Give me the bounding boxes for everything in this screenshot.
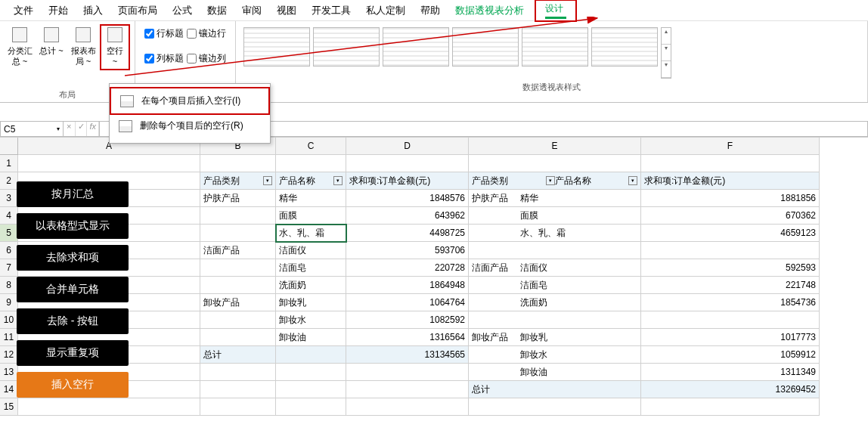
cell[interactable]: 洁面产品 [200,242,276,259]
check-bandedcols[interactable]: 镶边列 [187,52,226,65]
cell[interactable]: 卸妆乳 [276,294,346,311]
cell[interactable]: 总计 [469,381,641,398]
row-head[interactable]: 3 [0,190,18,207]
col-head[interactable]: C [276,138,346,155]
cell[interactable]: 13134565 [346,346,469,364]
cell[interactable] [200,398,276,416]
cell[interactable]: 670362 [641,207,820,225]
cell[interactable]: 卸妆产品 [200,294,276,311]
cell[interactable] [346,398,469,416]
cell[interactable]: 4659123 [641,225,820,242]
callout[interactable]: 以表格型式显示 [17,213,129,239]
cell[interactable]: 面膜 [276,207,346,225]
cell[interactable]: 产品名称 ▾ [276,172,346,190]
callout[interactable]: 按月汇总 [17,181,129,207]
cell[interactable]: 1017773 [641,329,820,346]
row-head[interactable]: 7 [0,259,18,277]
check-colheaders[interactable]: 列标题 [144,52,184,65]
tab-formulas[interactable]: 公式 [165,1,200,20]
cell[interactable] [276,381,346,398]
row-head[interactable]: 4 [0,207,18,225]
cell[interactable]: 221748 [641,277,820,294]
tab-design[interactable]: 设计 [535,0,577,22]
cell[interactable]: 220728 [346,259,469,277]
col-head[interactable]: D [346,138,469,155]
callout[interactable]: 合并单元格 [17,277,129,302]
tab-pagelayout[interactable]: 页面布局 [110,1,165,20]
cell[interactable]: 1854736 [641,294,820,311]
cell[interactable] [469,155,641,172]
cell[interactable] [200,311,276,329]
cell[interactable] [346,381,469,398]
style-thumb[interactable] [591,27,658,67]
cell[interactable] [200,155,276,172]
name-box[interactable]: C5▾ [0,121,64,137]
select-all[interactable] [0,138,18,155]
row-head[interactable]: 11 [0,329,18,346]
cell[interactable]: 卸妆油 [276,329,346,346]
row-head[interactable]: 13 [0,364,18,381]
cell[interactable]: 13269452 [641,381,820,398]
tab-devtools[interactable]: 开发工具 [304,1,358,20]
cell[interactable]: 4498725 [346,225,469,242]
style-gallery-more[interactable]: ▴▾▾ [661,27,671,79]
callout[interactable]: 显示重复项 [17,340,129,366]
cell[interactable]: 水、乳、霜 [469,225,641,242]
tab-home[interactable]: 开始 [41,1,76,20]
cell[interactable]: 593706 [346,242,469,259]
cell[interactable] [276,346,346,364]
cell[interactable]: 1082592 [346,311,469,329]
cell[interactable] [276,364,346,381]
row-head[interactable]: 9 [0,294,18,311]
cell[interactable]: 洁面皂 [276,259,346,277]
cell[interactable]: 1864948 [346,277,469,294]
style-thumb[interactable] [383,27,449,67]
cell[interactable] [200,364,276,381]
tab-custom[interactable]: 私人定制 [358,1,413,20]
callout-active[interactable]: 插入空行 [17,372,129,398]
tab-file[interactable]: 文件 [6,1,41,20]
cell[interactable]: 洁面皂 [469,277,641,294]
reportlayout-button[interactable]: 报表布 局 ~ [68,24,98,70]
cell[interactable]: 产品类别 ▾ [200,172,276,190]
cell[interactable]: 卸妆水 [276,311,346,329]
cell[interactable] [641,398,820,416]
tab-help[interactable]: 帮助 [413,1,448,20]
tab-data[interactable]: 数据 [200,1,234,20]
cell[interactable] [200,381,276,398]
cell[interactable] [200,329,276,346]
col-head[interactable]: E [469,138,641,155]
cell[interactable]: 643962 [346,207,469,225]
cell[interactable]: 1064764 [346,294,469,311]
row-head[interactable]: 14 [0,381,18,398]
insert-blank-row-item[interactable]: 在每个项目后插入空行(I) [110,87,270,115]
cell[interactable] [200,277,276,294]
cell[interactable]: 洗面奶 [469,294,641,311]
cell[interactable]: 592593 [641,259,820,277]
cell[interactable]: 1316564 [346,329,469,346]
cell[interactable]: 洁面产品洁面仪 [469,259,641,277]
row-head[interactable]: 2 [0,172,18,190]
cell[interactable]: 求和项:订单金额(元) [641,172,820,190]
cell[interactable] [200,225,276,242]
remove-blank-row-item[interactable]: 删除每个项目后的空行(R) [110,113,270,138]
style-thumb[interactable] [452,27,519,67]
row-head[interactable]: 15 [0,398,18,416]
cell[interactable]: 水、乳、霜 [276,225,346,242]
check-bandedrows[interactable]: 镶边行 [187,27,226,40]
cell[interactable]: 洗面奶 [276,277,346,294]
cell[interactable]: 1848576 [346,190,469,207]
cell[interactable] [200,207,276,225]
cell[interactable] [346,364,469,381]
col-head[interactable]: F [641,138,820,155]
cell[interactable]: 产品类别▾ 产品名称 ▾ [469,172,641,190]
subtotal-button[interactable]: 分类汇 总 ~ [5,24,35,70]
cell[interactable]: 1059912 [641,346,820,364]
tab-pivotanalyze[interactable]: 数据透视表分析 [448,1,532,20]
cell[interactable]: 求和项:订单金额(元) [346,172,469,190]
cell[interactable] [641,242,820,259]
row-head[interactable]: 10 [0,311,18,329]
check-rowheaders[interactable]: 行标题 [144,27,184,40]
callout[interactable]: 去除求和项 [17,245,129,271]
tab-view[interactable]: 视图 [269,1,304,20]
